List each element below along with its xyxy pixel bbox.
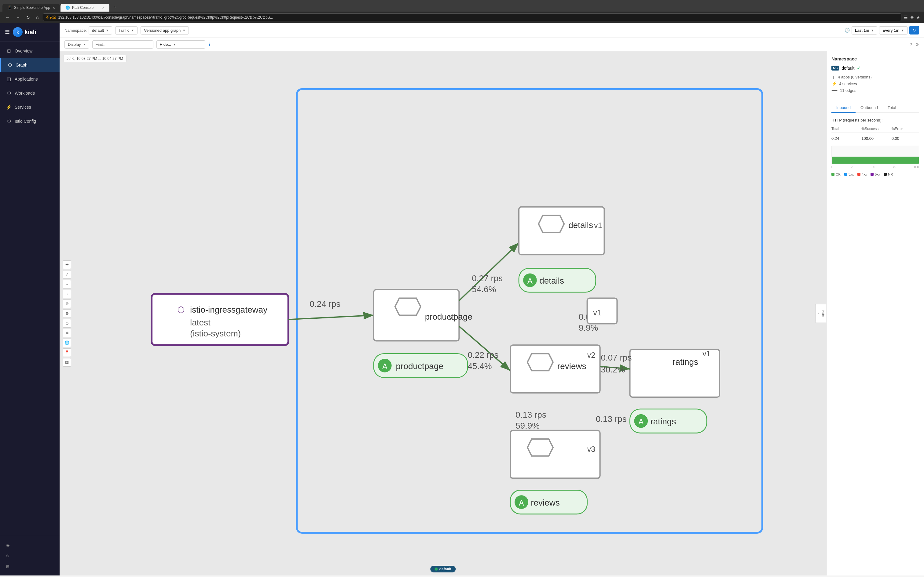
ns-badge-text: default [439,567,451,571]
sidebar-bottom-add[interactable]: ⊕ [0,550,60,561]
chart-container: 0 25 50 75 100 OK [832,146,919,176]
edge-gw-productpage [288,315,373,320]
nav-back-button[interactable]: ← [4,15,11,21]
secondary-toolbar: Display ▼ Hide... ▼ ℹ ? ⚙ [60,38,924,51]
graph-svg-container: ⬡ istio-ingressgateway latest (istio-sys… [75,63,826,575]
productpage-version: v1 [449,312,457,321]
address-input[interactable]: 不安全 192.168.153.102:31430/kiali/console/… [43,13,901,21]
http-title: HTTP (requests per second): [832,118,919,122]
graph-ctrl-globe[interactable]: 🌐 [63,338,71,347]
graph-svg: ⬡ istio-ingressgateway latest (istio-sys… [75,63,826,575]
extension-btn-2[interactable]: ⊕ [910,15,914,20]
graph-area[interactable]: Jul 6, 10:03:27 PM ... 10:04:27 PM ✛ ⤢ →… [60,51,826,575]
col-total: Total [832,127,859,131]
new-tab-button[interactable]: + [110,2,120,11]
tab-close-1[interactable]: ✕ [53,6,55,10]
sidebar-item-label-graph: Graph [16,63,27,68]
sidebar-item-graph[interactable]: ⬡ Graph [0,58,60,72]
graph-ctrl-arrow-right[interactable]: → [63,280,71,288]
sidebar-bottom-grid[interactable]: ⊞ [0,561,60,572]
tab-title-2: Kiali Console [72,5,94,10]
col-success: %Success [861,127,889,131]
legend-3xx-label: 3xx [848,172,854,176]
panel-tabs: Inbound Outbound Total [832,103,919,113]
sidebar-item-istio-config[interactable]: ⚙ Istio Config [0,114,60,128]
ns-name: default [842,66,855,71]
ns-stat-services: ⚡ 4 services [832,81,919,86]
every-time-label: Every 1m [882,28,899,33]
sidebar-item-services[interactable]: ⚡ Services [0,100,60,114]
edge-label-rv-rat-rps: 0.07 rps [601,353,632,363]
graph-ctrl-crosshair[interactable]: ✛ [63,260,71,269]
sidebar: ☰ k kiali ⊞ Overview ⬡ Graph ◫ Applicati… [0,23,60,575]
sidebar-item-workloads[interactable]: ⚙ Workloads [0,86,60,100]
edge-label-reviews-v2-out-pct: 59.9% [515,421,540,430]
extension-btn-3[interactable]: ★ [916,15,920,20]
graph-ctrl-layout-2[interactable]: ⊚ [63,309,71,318]
graph-ctrl-layout-3[interactable]: ⊙ [63,319,71,327]
help-icon[interactable]: ? [909,42,912,47]
find-input[interactable] [92,40,153,48]
ns-stat-apps: ◫ 4 apps (6 versions) [832,74,919,79]
sidebar-bottom-mesh[interactable]: ◉ [0,540,60,550]
tab-close-2[interactable]: ✕ [102,6,105,10]
graph-controls: ✛ ⤢ → → ⊛ ⊚ ⊙ ⊗ 🌐 📍 ▦ [63,260,71,367]
apps-count: 4 apps (6 versions) [838,75,872,79]
graph-ctrl-map[interactable]: 📍 [63,348,71,357]
sidebar-item-overview[interactable]: ⊞ Overview [0,44,60,58]
graph-ctrl-arrow-right-2[interactable]: → [63,290,71,298]
tab-total[interactable]: Total [883,103,901,113]
details-app-label: details [539,276,564,285]
edge-label-pd-details-pct: 54.6% [472,285,496,294]
last-time-dropdown[interactable]: Last 1m ▼ [851,26,877,34]
tab-kiali-console[interactable]: 🌐 Kiali Console ✕ [60,4,109,11]
x-25: 25 [851,165,855,169]
ns-check: ✓ [857,65,861,71]
nav-refresh-button[interactable]: ↻ [24,15,32,21]
reviews-v3-version: v3 [587,445,596,453]
legend-4xx-dot [858,173,861,176]
reviews-v1-mini-label: v1 [593,308,601,317]
graph-ctrl-layout-1[interactable]: ⊛ [63,300,71,308]
security-warning: 不安全 [46,15,56,19]
info-icon[interactable]: ℹ [208,42,210,47]
settings-icon[interactable]: ⚙ [915,42,919,47]
ns-badge-container: default [430,566,456,572]
hide-dropdown[interactable]: Hide... ▼ [157,40,205,48]
content-area: Jul 6, 10:03:27 PM ... 10:04:27 PM ✛ ⤢ →… [60,51,924,575]
details-workload-node[interactable] [519,207,604,255]
reviews-v3-workload-node[interactable] [510,430,600,479]
hamburger-menu[interactable]: ☰ [5,29,10,35]
refresh-button[interactable]: ↻ [909,26,919,34]
display-dropdown[interactable]: Display ▼ [65,40,89,48]
details-version: v1 [594,221,602,230]
hide-panel-toggle[interactable]: Hide » [815,304,826,323]
nav-forward-button[interactable]: → [14,15,22,21]
graph-type-dropdown[interactable]: Versioned app graph ▼ [141,26,189,34]
namespace-dropdown[interactable]: default ▼ [89,26,112,34]
reviews-v1-mini-node[interactable] [587,298,617,324]
nav-home-button[interactable]: ⌂ [34,15,40,21]
legend-5xx: 5xx [871,172,880,176]
tab-inbound[interactable]: Inbound [832,103,856,113]
extension-btn-1[interactable]: ☰ [904,15,908,20]
graph-ctrl-legend[interactable]: ▦ [63,358,71,367]
val-success: 100.00 [861,136,889,141]
grid-icon: ⊞ [6,564,10,569]
legend-ok-dot [832,173,835,176]
every-time-dropdown[interactable]: Every 1m ▼ [879,26,908,34]
graph-type-group: Versioned app graph ▼ [141,26,189,34]
graph-ctrl-expand[interactable]: ⤢ [63,270,71,279]
graph-ctrl-layout-4[interactable]: ⊗ [63,329,71,337]
sidebar-item-applications[interactable]: ◫ Applications [0,72,60,86]
legend-4xx: 4xx [858,172,867,176]
kiali-logo-icon: k [13,27,23,37]
tab-simple-bookstore[interactable]: 📱 Simple Bookstore App ✕ [2,4,60,11]
x-75: 75 [893,165,896,169]
svg-text:latest: latest [190,318,210,327]
details-label: details [568,221,593,230]
tab-outbound[interactable]: Outbound [856,103,883,113]
app-container: ☰ k kiali ⊞ Overview ⬡ Graph ◫ Applicati… [0,23,924,575]
reviews-v2-workload-node[interactable] [510,345,600,393]
traffic-dropdown[interactable]: Traffic ▼ [115,26,137,34]
